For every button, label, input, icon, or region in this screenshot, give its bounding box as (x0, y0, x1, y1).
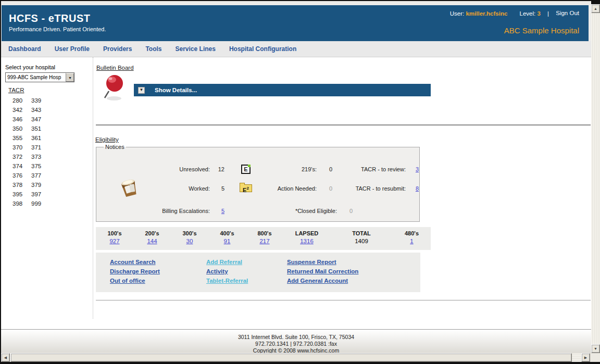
bucket-value-link-400s[interactable]: 91 (224, 238, 231, 244)
expand-icon[interactable]: ▼ (138, 87, 145, 94)
dropdown-arrow-icon[interactable]: ▼ (66, 73, 74, 82)
tacr-code: 395 (12, 191, 31, 197)
tacr-link[interactable]: TACR (8, 87, 24, 93)
tacr-review-label: TACR - to review: (339, 166, 406, 172)
tacr-code: 361 (31, 135, 50, 141)
tacr-code: 280 (12, 97, 31, 104)
tacr-row: 378379 (12, 182, 75, 191)
folder-tab (240, 183, 245, 185)
nav-item-user-profile[interactable]: User Profile (55, 45, 90, 53)
bucket-value-link-200s[interactable]: 144 (147, 238, 157, 244)
section-divider (96, 124, 591, 125)
tacr-row: 376377 (12, 172, 75, 182)
action-needed-value: 0 (317, 185, 332, 192)
scroll-up-icon[interactable]: ▲ (591, 4, 600, 13)
scroll-right-icon[interactable]: ▶ (581, 353, 590, 362)
tacr-code: 378 (12, 182, 31, 188)
tacr-row: 346347 (12, 116, 75, 125)
bucket-header-800s: 800's (246, 230, 283, 236)
nav-item-service-lines[interactable]: Service Lines (176, 45, 216, 53)
buckets-table: 100's200's300's400's800'sLAPSEDTOTAL480'… (96, 227, 431, 250)
billing-escalations-value-link[interactable]: 5 (221, 208, 224, 214)
scrollbar-corner (590, 353, 600, 362)
scroll-left-icon[interactable]: ◀ (1, 353, 10, 362)
footer-phone: 972.720.1341 | 972.720.0381 :fax (1, 341, 591, 347)
application-window: HCFS - eTRUST Performance Driven. Patien… (0, 0, 600, 364)
notices-row-billing: Billing Escalations: 5 *Closed Eligible:… (131, 206, 353, 216)
bucket-value-link-300s[interactable]: 30 (186, 238, 193, 244)
nav-item-providers[interactable]: Providers (103, 45, 132, 53)
billing-escalations-label: Billing Escalations: (131, 208, 210, 214)
bucket-value-link-480s[interactable]: 1 (410, 238, 413, 244)
tacr-code: 379 (31, 182, 50, 188)
tacr-row: 370371 (12, 144, 75, 154)
quick-link-discharge-report[interactable]: Discharge Report (110, 267, 160, 276)
hospital-name: ABC Sample Hospital (504, 26, 579, 35)
user-bar: User: kmiller.hcfsinc Level: 3 | Sign Ou… (450, 10, 579, 17)
bucket-value-cell: 144 (133, 236, 171, 244)
quick-link-activity[interactable]: Activity (206, 267, 248, 276)
tacr-code: 999 (31, 200, 50, 207)
tacr-row: 395397 (12, 191, 75, 200)
buckets-header-row: 100's200's300's400's800'sLAPSEDTOTAL480'… (96, 227, 431, 236)
bucket-header-400s: 400's (208, 230, 246, 236)
horizontal-scroll-thumb[interactable] (10, 353, 572, 362)
quick-link-add-general-account[interactable]: Add General Account (287, 276, 358, 285)
hospital-select[interactable]: 999-ABC Sample Hosp ▼ (5, 72, 74, 82)
page-footer: 3011 Internet Blvd. Suite 100, Frisco, T… (1, 329, 591, 354)
bucket-value-link-800s[interactable]: 217 (259, 238, 269, 244)
action-needed-label: Action Needed: (262, 185, 317, 192)
browser-viewport: HCFS - eTRUST Performance Driven. Patien… (1, 1, 591, 362)
vertical-scrollbar[interactable]: ▲ ▼ (591, 4, 600, 353)
spacer (509, 10, 520, 17)
notices-row-worked: Worked: 5 E2 Action Needed: 0 TACR - to … (131, 184, 429, 193)
quick-link-add-referral[interactable]: Add Referral (206, 257, 248, 267)
tacr-code: 373 (31, 154, 50, 160)
quick-link-account-search[interactable]: Account Search (110, 257, 160, 267)
worked-value: 5 (210, 185, 224, 192)
tacr-review-value-link[interactable]: 3 (416, 166, 419, 172)
tacr-resubmit-value-link[interactable]: 8 (416, 185, 419, 192)
tacr-table: 2803393423433463473503513553613703713723… (12, 97, 75, 210)
unresolved-value: 12 (210, 166, 224, 172)
tacr-row: 398999 (12, 200, 75, 210)
tacr-code: 374 (12, 163, 31, 169)
tacr-code: 398 (12, 200, 31, 207)
level-value: 3 (537, 10, 540, 17)
bulletin-board-link[interactable]: Bulletin Board (96, 65, 134, 71)
sign-out-link[interactable]: Sign Out (556, 10, 579, 16)
tacr-resubmit-label: TACR - to resubmit: (339, 185, 406, 192)
worked-notice-icon: E2 (240, 184, 252, 192)
tacr-code: 370 (12, 144, 31, 150)
tacr-row: 372373 (12, 154, 75, 163)
tacr-code: 377 (31, 172, 50, 179)
quick-link-tablet-referral[interactable]: Tablet-Referral (206, 276, 248, 285)
closed-eligible-label: *Closed Eligible: (282, 208, 337, 214)
quick-link-suspense-report[interactable]: Suspense Report (287, 257, 358, 267)
notices-panel: Notices Unresolved: 12 (96, 144, 420, 222)
footer-address: 3011 Internet Blvd. Suite 100, Frisco, T… (1, 334, 591, 341)
eligibility-link[interactable]: Eligibility (95, 136, 119, 143)
tacr-code: 375 (31, 163, 50, 169)
tacr-code: 347 (31, 116, 50, 122)
hospital-select-value: 999-ABC Sample Hosp (6, 74, 66, 80)
scroll-down-icon[interactable]: ▼ (591, 344, 600, 353)
nav-item-dashboard[interactable]: Dashboard (8, 45, 41, 53)
pipe-separator: | (542, 10, 554, 17)
bucket-value-cell: 30 (171, 236, 208, 244)
nav-item-tools[interactable]: Tools (145, 45, 161, 53)
show-details-bar[interactable]: ▼ Show Details... (134, 84, 431, 96)
top-margin (1, 1, 591, 5)
main-content: Bulletin Board ▼ Show Details... Eligibi… (93, 57, 591, 329)
quick-link-returned-mail-correction[interactable]: Returned Mail Correction (287, 267, 358, 276)
bucket-value-link-100s[interactable]: 927 (109, 238, 119, 244)
horizontal-scrollbar[interactable]: ◀ ▶ (1, 353, 590, 362)
quick-link-out-of-office[interactable]: Out of office (110, 276, 160, 285)
quick-links-panel: Account SearchDischarge ReportOut of off… (96, 253, 420, 292)
bucket-value-link-lapsed[interactable]: 1316 (300, 238, 314, 244)
sidebar: Select your hospital 999-ABC Sample Hosp… (1, 57, 93, 329)
tacr-code: 372 (12, 154, 31, 160)
nav-item-hospital-configuration[interactable]: Hospital Configuration (229, 45, 296, 53)
app-title: HCFS - eTRUST (9, 12, 91, 24)
bucket-value-cell: 91 (208, 236, 246, 244)
